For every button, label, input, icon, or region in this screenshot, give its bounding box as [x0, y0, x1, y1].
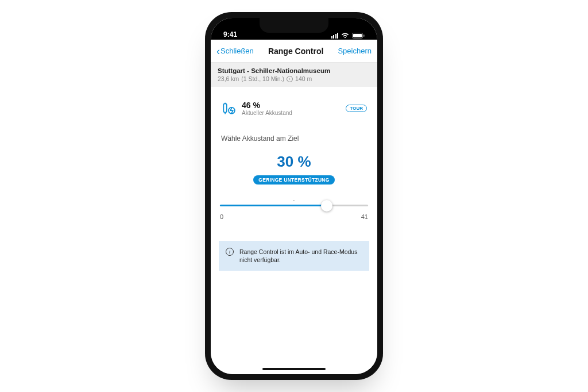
- back-button[interactable]: ‹ Schließen: [216, 46, 254, 56]
- slider-track: [220, 205, 368, 206]
- status-indicators: [331, 33, 365, 39]
- svg-rect-3: [223, 103, 226, 112]
- route-distance: 23,6 km: [218, 75, 239, 82]
- chevron-left-icon: ‹: [216, 46, 220, 56]
- nav-bar: ‹ Schließen Range Control Speichern: [211, 40, 377, 63]
- route-duration: (1 Std., 10 Min.): [241, 75, 284, 82]
- battery-text: 46 % Aktueller Akkustand: [242, 101, 292, 116]
- current-battery-row: 46 % Aktueller Akkustand TOUR: [219, 87, 369, 121]
- battery-icon: [352, 33, 365, 39]
- slider-thumb[interactable]: [321, 200, 332, 212]
- status-time: 9:41: [223, 30, 237, 39]
- slider-max: 41: [361, 213, 368, 220]
- elevation-icon: ›: [287, 76, 293, 82]
- page-title: Range Control: [268, 47, 323, 56]
- mode-badge: TOUR: [346, 105, 367, 112]
- target-slider[interactable]: [219, 205, 369, 206]
- battery-percent: 46 %: [242, 101, 292, 110]
- target-block: 30 % GERINGE UNTERSTÜTZUNG: [219, 153, 369, 185]
- info-box: i Range Control ist im Auto- und Race-Mo…: [219, 241, 369, 271]
- save-button[interactable]: Speichern: [338, 47, 372, 55]
- route-details: 23,6 km (1 Std., 10 Min.) › 140 m: [218, 75, 370, 82]
- info-icon: i: [226, 248, 234, 256]
- notch: [260, 18, 328, 33]
- slider-fill: [220, 205, 327, 206]
- target-section-label: Wähle Akkustand am Ziel: [219, 134, 369, 143]
- route-elevation: 140 m: [295, 75, 312, 82]
- route-title: Stuttgart - Schiller-Nationalmuseum: [218, 67, 370, 74]
- phone-frame: 9:41 ‹ Schließen Range Control Speichern: [205, 12, 383, 380]
- target-percent: 30 %: [219, 153, 369, 171]
- svg-rect-2: [363, 34, 365, 37]
- route-summary: Stuttgart - Schiller-Nationalmuseum 23,6…: [211, 63, 377, 87]
- screen: 9:41 ‹ Schließen Range Control Speichern: [211, 18, 377, 374]
- cellular-icon: [331, 33, 339, 39]
- svg-rect-1: [353, 34, 362, 37]
- battery-label: Aktueller Akkustand: [242, 110, 292, 116]
- home-indicator[interactable]: [262, 368, 326, 370]
- wifi-icon: [341, 33, 349, 39]
- assist-level-badge: GERINGE UNTERSTÜTZUNG: [253, 175, 334, 185]
- slider-tick: .: [219, 196, 369, 202]
- info-text: Range Control ist im Auto- und Race-Modu…: [239, 248, 362, 264]
- slider-labels: 0 41: [219, 213, 369, 220]
- content: 46 % Aktueller Akkustand TOUR Wähle Akku…: [211, 87, 377, 374]
- ebike-icon: [221, 101, 236, 116]
- back-label: Schließen: [220, 47, 254, 55]
- slider-min: 0: [220, 213, 223, 220]
